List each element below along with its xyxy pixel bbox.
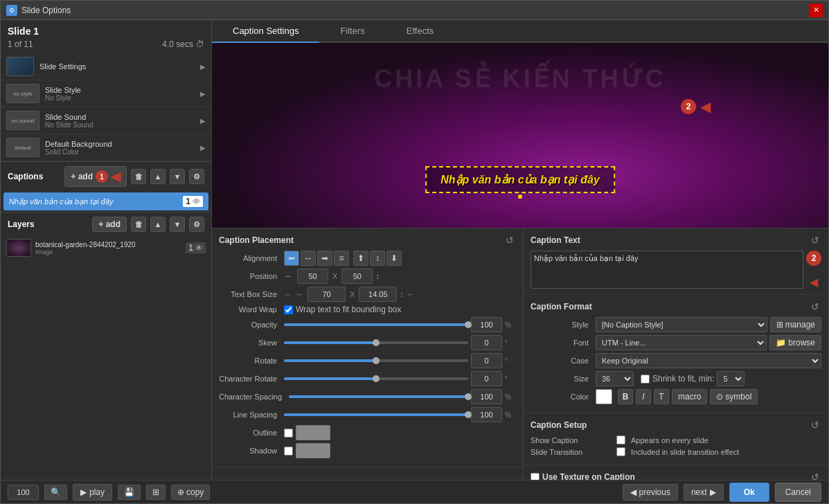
shrink-label-area[interactable]: Shrink to fit, min:	[641, 374, 714, 384]
layers-delete-button[interactable]: 🗑	[131, 217, 146, 232]
position-x-input[interactable]	[297, 269, 328, 284]
preview-caption-box[interactable]: Nhập văn bản của bạn tại đây	[425, 166, 615, 193]
slide-transition-checkbox[interactable]	[616, 447, 625, 456]
bold-button[interactable]: B	[618, 389, 633, 404]
line-spacing-track[interactable]	[284, 413, 468, 416]
opacity-slider[interactable]	[284, 323, 468, 326]
align-justify-btn[interactable]: ≡	[334, 251, 349, 266]
captions-add-button[interactable]: + add 1 ◀	[64, 166, 127, 187]
layers-settings-button[interactable]: ⚙	[189, 217, 204, 232]
layers-move-down-button[interactable]: ▼	[170, 217, 185, 232]
cancel-button[interactable]: Cancel	[775, 483, 821, 502]
copy-button[interactable]: ⊕ copy	[171, 485, 210, 500]
tab-effects[interactable]: Effects	[386, 20, 455, 43]
texture-reset[interactable]: ↺	[809, 471, 821, 480]
next-button[interactable]: next ▶	[684, 484, 724, 501]
tab-filters[interactable]: Filters	[319, 20, 385, 43]
size-select[interactable]: 36	[596, 371, 634, 386]
texture-checkbox[interactable]	[531, 473, 540, 480]
position-y-input[interactable]	[341, 269, 373, 284]
rotate-input[interactable]	[471, 353, 502, 368]
save-button[interactable]: 💾	[118, 485, 141, 500]
textbox-h-input[interactable]	[359, 287, 397, 302]
char-spacing-thumb[interactable]	[465, 393, 472, 400]
outline-checkbox[interactable]	[284, 429, 293, 438]
layers-move-up-button[interactable]: ▲	[150, 217, 166, 232]
line-spacing-slider[interactable]	[284, 413, 468, 416]
caption-list-item[interactable]: Nhập văn bản của bạn tại đây 1 👁	[3, 192, 208, 210]
play-button[interactable]: ▶ play	[73, 484, 112, 501]
case-select[interactable]: Keep Original	[596, 353, 821, 368]
prev-button[interactable]: ◀ previous	[623, 484, 678, 501]
char-spacing-slider[interactable]	[289, 395, 468, 398]
layer-list-item[interactable]: botanical-garden-2844202_1920 Image 1 👁	[1, 236, 211, 260]
captions-move-down-button[interactable]: ▼	[170, 169, 185, 184]
fullscreen-button[interactable]: ⊞	[146, 485, 166, 500]
color-swatch[interactable]	[596, 389, 612, 404]
symbol-icon: ⊙	[716, 392, 723, 402]
align-bottom-btn[interactable]: ⬇	[386, 251, 402, 266]
align-top-btn[interactable]: ⬆	[353, 251, 368, 266]
slide-settings-item[interactable]: Slide Settings ▶	[1, 53, 211, 80]
default-bg-item[interactable]: default Default Background Solid Color ▶	[1, 134, 211, 161]
word-wrap-checkbox-label[interactable]: Wrap text to fit bounding box	[284, 305, 402, 314]
line-spacing-input[interactable]	[471, 407, 502, 422]
skew-thumb[interactable]	[373, 339, 380, 346]
manage-button[interactable]: ⊞ manage	[770, 317, 821, 332]
layers-add-button[interactable]: + add	[92, 217, 127, 232]
opacity-input[interactable]	[471, 317, 502, 332]
slide-sound-tag: no sound	[6, 111, 39, 130]
align-left-btn[interactable]: ⬅	[284, 251, 299, 266]
captions-delete-button[interactable]: 🗑	[131, 169, 146, 184]
font-select[interactable]: UTM - Line...	[596, 335, 767, 350]
rotate-track[interactable]	[284, 359, 468, 362]
shadow-color-swatch[interactable]	[296, 443, 330, 458]
tab-caption-settings[interactable]: Caption Settings	[212, 20, 319, 43]
search-button[interactable]: 🔍	[44, 485, 67, 500]
align-right-btn[interactable]: ➡	[317, 251, 332, 266]
char-rotate-slider[interactable]	[284, 377, 468, 380]
symbol-button[interactable]: ⊙ symbol	[710, 389, 758, 404]
word-wrap-checkbox[interactable]	[284, 305, 293, 314]
opacity-thumb[interactable]	[465, 321, 472, 328]
textbox-w-input[interactable]	[307, 287, 346, 302]
shrink-checkbox[interactable]	[641, 375, 650, 384]
slide-sound-item[interactable]: no sound Slide Sound No Slide Sound ▶	[1, 107, 211, 134]
show-caption-checkbox[interactable]	[616, 435, 625, 444]
char-rotate-thumb[interactable]	[373, 375, 380, 382]
alignment-label: Alignment	[219, 254, 281, 262]
caption-text-reset[interactable]: ↺	[809, 234, 821, 246]
shrink-min-select[interactable]: 5	[717, 371, 745, 386]
char-spacing-track[interactable]	[289, 395, 468, 398]
skew-track[interactable]	[284, 341, 468, 344]
shadow-checkbox[interactable]	[284, 447, 293, 456]
char-spacing-input[interactable]	[471, 389, 502, 404]
caption-placement-reset[interactable]: ↺	[503, 234, 516, 246]
close-button[interactable]: ✕	[809, 3, 823, 17]
caption-style-select[interactable]: [No Caption Style]	[596, 317, 767, 332]
text-button[interactable]: T	[654, 389, 669, 404]
skew-slider[interactable]	[284, 341, 468, 344]
tb-icon1: ↔	[284, 290, 292, 298]
captions-move-up-button[interactable]: ▲	[150, 169, 166, 184]
char-rotate-input[interactable]	[471, 371, 502, 386]
outline-color-swatch[interactable]	[296, 425, 330, 440]
caption-setup-reset[interactable]: ↺	[809, 419, 821, 431]
macro-button[interactable]: macro	[672, 389, 707, 404]
rotate-thumb[interactable]	[373, 357, 380, 364]
captions-settings-button[interactable]: ⚙	[189, 169, 204, 184]
skew-input[interactable]	[471, 335, 502, 350]
align-center-v-btn[interactable]: ↕	[370, 251, 385, 266]
ok-button[interactable]: Ok	[729, 483, 769, 502]
italic-button[interactable]: I	[636, 389, 651, 404]
line-spacing-thumb[interactable]	[465, 411, 472, 418]
caption-textarea[interactable]: Nhập văn bản của bạn tại đây	[531, 251, 803, 289]
char-rotate-track[interactable]	[284, 377, 468, 380]
opacity-track[interactable]	[284, 323, 468, 326]
browse-font-button[interactable]: 📁 browse	[769, 335, 821, 350]
rotate-slider[interactable]	[284, 359, 468, 362]
zoom-input-bottom[interactable]	[8, 485, 39, 500]
caption-format-reset[interactable]: ↺	[809, 300, 821, 313]
align-center-h-btn[interactable]: ↔	[301, 251, 316, 266]
slide-style-item[interactable]: no style Slide Style No Style ▶	[1, 80, 211, 107]
